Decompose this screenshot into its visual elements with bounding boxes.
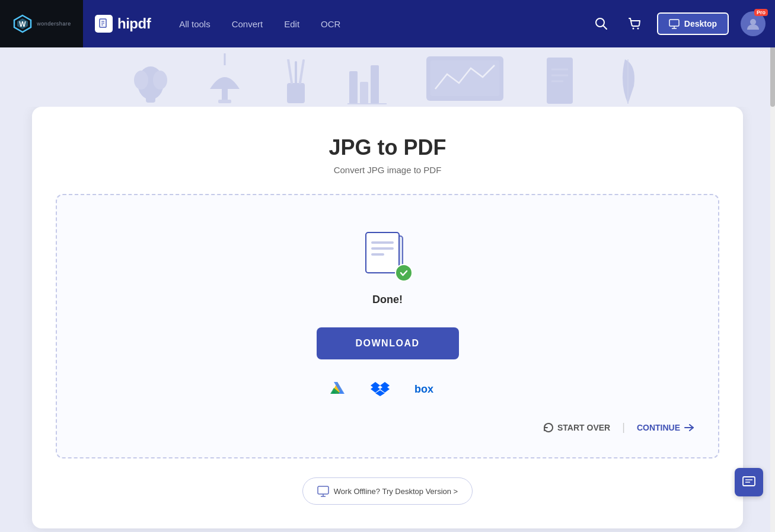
svg-rect-20 bbox=[218, 100, 231, 103]
svg-rect-22 bbox=[287, 83, 305, 103]
desktop-btn-label: Desktop bbox=[684, 19, 717, 28]
box-button[interactable]: box bbox=[410, 376, 451, 402]
svg-rect-26 bbox=[349, 71, 358, 104]
start-over-label: START OVER bbox=[557, 423, 610, 432]
page-subtitle: Convert JPG image to PDF bbox=[56, 165, 719, 175]
avatar-wrap[interactable]: Pro bbox=[741, 11, 766, 36]
done-label: Done! bbox=[372, 294, 403, 306]
arrow-right-icon bbox=[684, 422, 694, 433]
hipdf-logo[interactable]: hipdf bbox=[95, 15, 151, 33]
svg-point-10 bbox=[637, 28, 639, 30]
svg-rect-19 bbox=[222, 89, 228, 101]
svg-point-9 bbox=[632, 28, 634, 30]
svg-text:box: box bbox=[414, 383, 433, 395]
start-over-button[interactable]: START OVER bbox=[543, 422, 610, 433]
page-title: JPG to PDF bbox=[56, 135, 719, 160]
search-icon bbox=[595, 17, 608, 30]
scrollbar-track[interactable] bbox=[770, 0, 775, 532]
wondershare-logo-icon: W bbox=[12, 13, 33, 34]
actions-divider: | bbox=[622, 421, 625, 434]
desktop-promo-text: Work Offline? Try Desktop Version > bbox=[334, 487, 458, 496]
hipdf-icon bbox=[95, 15, 113, 33]
nav-all-tools[interactable]: All tools bbox=[179, 19, 211, 29]
google-drive-button[interactable] bbox=[324, 376, 350, 402]
feedback-button[interactable] bbox=[735, 468, 763, 496]
nav-edit[interactable]: Edit bbox=[284, 19, 299, 29]
desktop-promo[interactable]: Work Offline? Try Desktop Version > bbox=[302, 477, 473, 505]
svg-point-17 bbox=[134, 71, 148, 90]
svg-point-18 bbox=[153, 71, 167, 90]
document-icon bbox=[542, 56, 578, 107]
restart-icon bbox=[543, 422, 554, 433]
cart-icon bbox=[628, 17, 641, 30]
download-button[interactable]: DOWNLOAD bbox=[317, 327, 459, 359]
svg-rect-44 bbox=[318, 486, 329, 494]
svg-line-8 bbox=[603, 26, 607, 29]
nav-convert[interactable]: Convert bbox=[232, 19, 263, 29]
wondershare-brand[interactable]: W wondershare bbox=[0, 0, 83, 47]
plant-decoration-icon bbox=[133, 53, 168, 107]
nav-ocr[interactable]: OCR bbox=[321, 19, 340, 29]
hero-decorations bbox=[133, 53, 643, 107]
cart-button[interactable] bbox=[624, 13, 645, 34]
check-badge bbox=[395, 264, 413, 282]
svg-rect-28 bbox=[371, 65, 379, 104]
main-card: JPG to PDF Convert JPG image to PDF bbox=[32, 107, 743, 528]
box-icon: box bbox=[414, 383, 446, 396]
continue-button[interactable]: CONTINUE bbox=[637, 422, 694, 433]
main-container: JPG to PDF Convert JPG image to PDF bbox=[0, 107, 775, 532]
dropbox-icon bbox=[371, 381, 390, 397]
result-area: Done! DOWNLOAD bbox=[56, 194, 719, 458]
nav-links: All tools Convert Edit OCR bbox=[179, 19, 591, 29]
footer-actions: START OVER | CONTINUE bbox=[81, 421, 694, 434]
pencil-cup-icon bbox=[281, 59, 311, 107]
nav-actions: Desktop Pro bbox=[591, 11, 766, 36]
continue-label: CONTINUE bbox=[637, 423, 680, 432]
monitor-chart-icon bbox=[423, 53, 506, 107]
search-button[interactable] bbox=[591, 13, 612, 34]
wondershare-label: wondershare bbox=[37, 21, 71, 27]
google-drive-icon bbox=[328, 381, 347, 397]
svg-rect-47 bbox=[743, 477, 755, 486]
message-icon bbox=[742, 475, 756, 489]
hipdf-text: hipdf bbox=[117, 15, 151, 32]
bar-chart-icon bbox=[346, 59, 388, 107]
svg-point-14 bbox=[750, 19, 756, 25]
svg-line-23 bbox=[288, 59, 292, 83]
lamp-decoration-icon bbox=[204, 53, 245, 107]
desktop-icon bbox=[669, 18, 680, 29]
svg-line-25 bbox=[300, 60, 304, 83]
navbar: W wondershare hipdf All tools Convert Ed… bbox=[0, 0, 775, 47]
desktop-promo-icon bbox=[317, 485, 329, 497]
svg-text:W: W bbox=[20, 20, 27, 28]
dropbox-button[interactable] bbox=[367, 376, 393, 402]
svg-rect-31 bbox=[430, 60, 499, 96]
svg-rect-27 bbox=[360, 82, 368, 104]
pro-badge: Pro bbox=[754, 9, 768, 16]
cloud-storage-icons: box bbox=[324, 376, 451, 402]
desktop-button[interactable]: Desktop bbox=[657, 12, 729, 35]
hero-background bbox=[0, 47, 775, 107]
feather-icon bbox=[613, 53, 643, 107]
success-icon bbox=[362, 231, 414, 283]
svg-rect-11 bbox=[669, 20, 679, 26]
